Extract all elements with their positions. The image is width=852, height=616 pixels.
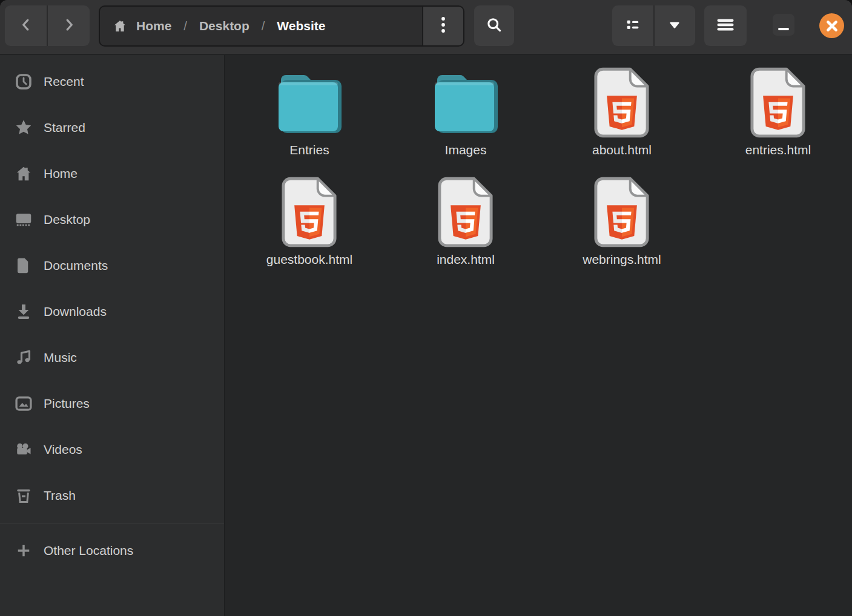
close-button[interactable] (819, 13, 844, 38)
sidebar-item-label: Recent (44, 74, 84, 89)
file-guestbook.html[interactable]: guestbook.html (231, 177, 388, 267)
sidebar-item-label: Trash (44, 488, 76, 503)
search-icon (485, 16, 503, 36)
file-webrings.html[interactable]: webrings.html (544, 177, 700, 267)
sidebar-separator (0, 523, 224, 523)
star-icon (14, 118, 33, 137)
minimize-button[interactable] (773, 14, 794, 36)
chevron-left-icon (18, 17, 34, 35)
sidebar-footer-list: Other Locations (0, 528, 224, 574)
view-toggle-group (612, 5, 695, 46)
file-about.html[interactable]: about.html (544, 67, 700, 157)
file-entries.html[interactable]: entries.html (700, 67, 852, 157)
video-icon (14, 440, 33, 459)
sidebar-item-label: Downloads (44, 304, 107, 319)
breadcrumb-item-desktop[interactable]: Desktop (199, 19, 249, 33)
file-manager-window: Home/Desktop/Website (0, 0, 852, 616)
file-name: entries.html (745, 143, 811, 157)
html-file-icon (593, 177, 650, 248)
sidebar-item-documents[interactable]: Documents (0, 243, 224, 289)
music-icon (14, 348, 33, 367)
html-file-icon (281, 177, 338, 248)
view-options-button[interactable] (655, 5, 696, 46)
picture-icon (14, 394, 33, 413)
file-name: index.html (437, 252, 495, 267)
ellipsis-vertical-icon (435, 15, 451, 38)
html-file-icon (437, 177, 494, 248)
sidebar-item-label: Desktop (44, 212, 90, 227)
file-name: about.html (592, 143, 652, 157)
sidebar-item-label: Documents (44, 258, 108, 273)
sidebar-item-desktop[interactable]: Desktop (0, 197, 224, 243)
sidebar-item-label: Pictures (44, 396, 90, 411)
sidebar-item-trash[interactable]: Trash (0, 473, 224, 519)
file-name: guestbook.html (266, 252, 352, 267)
folder-entries[interactable]: Entries (231, 67, 388, 157)
file-name: Entries (289, 143, 329, 157)
folder-images[interactable]: Images (388, 67, 544, 157)
file-index.html[interactable]: index.html (388, 177, 544, 267)
desktop-icon (14, 210, 33, 229)
plus-icon (14, 541, 33, 560)
sidebar-item-label: Home (44, 166, 78, 181)
sidebar-item-downloads[interactable]: Downloads (0, 289, 224, 335)
list-view-icon (624, 16, 641, 36)
sidebar-item-other-locations[interactable]: Other Locations (0, 528, 224, 574)
home-breadcrumb-icon (113, 19, 127, 33)
sidebar-item-starred[interactable]: Starred (0, 105, 224, 151)
download-icon (14, 302, 33, 321)
sidebar-item-label: Music (44, 350, 77, 365)
sidebar-item-label: Starred (44, 120, 85, 135)
breadcrumb-item-website[interactable]: Website (277, 19, 325, 33)
main-menu-button[interactable] (704, 5, 747, 46)
search-button[interactable] (474, 5, 514, 46)
sidebar-item-label: Videos (44, 442, 82, 457)
sidebar-item-home[interactable]: Home (0, 151, 224, 197)
file-name: webrings.html (583, 252, 661, 267)
navigation-buttons (5, 5, 90, 46)
sidebar-item-pictures[interactable]: Pictures (0, 381, 224, 427)
path-bar: Home/Desktop/Website (99, 5, 464, 47)
html-file-icon (750, 67, 807, 139)
sidebar-list: RecentStarredHomeDesktopDocumentsDownloa… (0, 59, 224, 519)
file-grid: EntriesImagesabout.htmlentries.htmlguest… (226, 55, 852, 267)
breadcrumb-item-home[interactable]: Home (136, 19, 171, 33)
breadcrumb-separator: / (262, 19, 265, 33)
close-icon (826, 20, 838, 32)
file-name: Images (445, 143, 487, 157)
headerbar: Home/Desktop/Website (0, 0, 852, 54)
minimize-icon (778, 28, 789, 31)
hamburger-menu-icon (716, 16, 735, 36)
folder-icon (277, 67, 342, 139)
forward-button[interactable] (48, 5, 90, 46)
sidebar-item-music[interactable]: Music (0, 335, 224, 381)
path-options-button[interactable] (422, 7, 463, 45)
folder-icon (434, 67, 498, 139)
sidebar-item-videos[interactable]: Videos (0, 427, 224, 473)
document-icon (14, 256, 33, 275)
sidebar: RecentStarredHomeDesktopDocumentsDownloa… (0, 55, 225, 616)
html-file-icon (593, 67, 650, 139)
breadcrumb-separator: / (183, 19, 187, 33)
file-browser-pane: EntriesImagesabout.htmlentries.htmlguest… (226, 55, 852, 616)
list-view-button[interactable] (612, 5, 655, 46)
chevron-down-icon (667, 17, 682, 35)
sidebar-item-label: Other Locations (44, 543, 133, 558)
recent-icon (14, 72, 33, 91)
chevron-right-icon (61, 17, 77, 35)
back-button[interactable] (5, 5, 48, 46)
breadcrumb: Home/Desktop/Website (100, 7, 422, 45)
trash-icon (14, 486, 33, 505)
home-icon (14, 164, 33, 183)
sidebar-item-recent[interactable]: Recent (0, 59, 224, 105)
